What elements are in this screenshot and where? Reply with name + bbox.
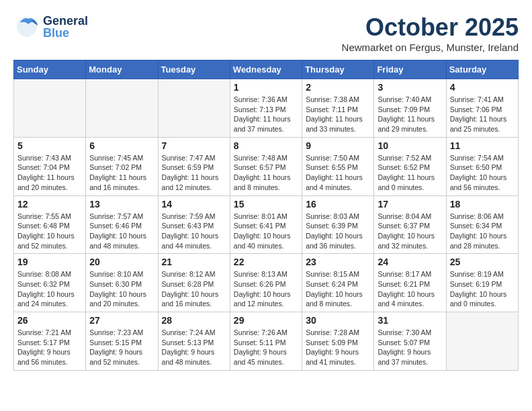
calendar-cell: 17Sunrise: 8:04 AM Sunset: 6:37 PM Dayli…: [374, 195, 446, 254]
day-number: 22: [234, 257, 298, 267]
calendar-cell: 29Sunrise: 7:26 AM Sunset: 5:11 PM Dayli…: [230, 312, 302, 371]
day-info: Sunrise: 8:04 AM Sunset: 6:37 PM Dayligh…: [378, 212, 442, 251]
calendar-cell: [158, 79, 230, 138]
day-number: 9: [306, 140, 370, 151]
calendar-week-row: 12Sunrise: 7:55 AM Sunset: 6:48 PM Dayli…: [14, 195, 519, 254]
calendar-cell: 26Sunrise: 7:21 AM Sunset: 5:17 PM Dayli…: [14, 312, 86, 371]
day-info: Sunrise: 7:52 AM Sunset: 6:52 PM Dayligh…: [378, 153, 442, 193]
day-number: 10: [378, 140, 442, 151]
day-info: Sunrise: 8:03 AM Sunset: 6:39 PM Dayligh…: [306, 212, 370, 251]
calendar-cell: 6Sunrise: 7:45 AM Sunset: 7:02 PM Daylig…: [86, 137, 158, 195]
weekday-header: Saturday: [446, 60, 518, 79]
day-info: Sunrise: 8:17 AM Sunset: 6:21 PM Dayligh…: [378, 269, 442, 309]
calendar-cell: 7Sunrise: 7:47 AM Sunset: 6:59 PM Daylig…: [158, 137, 230, 195]
day-info: Sunrise: 8:12 AM Sunset: 6:28 PM Dayligh…: [162, 269, 226, 309]
calendar-cell: 28Sunrise: 7:24 AM Sunset: 5:13 PM Dayli…: [158, 312, 230, 371]
day-number: 4: [450, 82, 515, 93]
calendar-week-row: 5Sunrise: 7:43 AM Sunset: 7:04 PM Daylig…: [14, 137, 519, 195]
day-info: Sunrise: 7:36 AM Sunset: 7:13 PM Dayligh…: [234, 95, 298, 134]
day-number: 19: [17, 257, 82, 267]
calendar-cell: 14Sunrise: 7:59 AM Sunset: 6:43 PM Dayli…: [158, 195, 230, 254]
calendar-table: SundayMondayTuesdayWednesdayThursdayFrid…: [13, 60, 519, 371]
calendar-cell: 15Sunrise: 8:01 AM Sunset: 6:41 PM Dayli…: [230, 195, 302, 254]
weekday-header: Tuesday: [158, 60, 230, 79]
day-number: 8: [234, 140, 298, 151]
day-info: Sunrise: 7:48 AM Sunset: 6:57 PM Dayligh…: [234, 153, 298, 193]
day-number: 17: [378, 199, 442, 210]
day-number: 29: [234, 315, 298, 326]
day-number: 23: [306, 257, 370, 267]
calendar-cell: 3Sunrise: 7:40 AM Sunset: 7:09 PM Daylig…: [374, 79, 446, 138]
calendar-cell: 9Sunrise: 7:50 AM Sunset: 6:55 PM Daylig…: [302, 137, 374, 195]
day-info: Sunrise: 7:24 AM Sunset: 5:13 PM Dayligh…: [162, 328, 226, 367]
day-number: 21: [162, 257, 226, 267]
calendar-header-row: SundayMondayTuesdayWednesdayThursdayFrid…: [14, 60, 519, 79]
calendar-cell: 18Sunrise: 8:06 AM Sunset: 6:34 PM Dayli…: [446, 195, 518, 254]
day-number: 14: [162, 199, 226, 210]
logo-general: General: [43, 15, 88, 27]
calendar-cell: 19Sunrise: 8:08 AM Sunset: 6:32 PM Dayli…: [14, 254, 86, 312]
day-info: Sunrise: 7:59 AM Sunset: 6:43 PM Dayligh…: [162, 212, 226, 251]
day-info: Sunrise: 8:13 AM Sunset: 6:26 PM Dayligh…: [234, 269, 298, 309]
day-number: 24: [378, 257, 442, 267]
calendar-cell: 4Sunrise: 7:41 AM Sunset: 7:06 PM Daylig…: [446, 79, 518, 138]
calendar-cell: 25Sunrise: 8:19 AM Sunset: 6:19 PM Dayli…: [446, 254, 518, 312]
day-number: 6: [89, 140, 154, 151]
page-header: General Blue October 2025 Newmarket on F…: [13, 13, 519, 53]
weekday-header: Friday: [374, 60, 446, 79]
month-title: October 2025: [342, 13, 519, 42]
day-number: 25: [450, 257, 515, 267]
weekday-header: Thursday: [302, 60, 374, 79]
calendar-week-row: 1Sunrise: 7:36 AM Sunset: 7:13 PM Daylig…: [14, 79, 519, 138]
calendar-cell: 21Sunrise: 8:12 AM Sunset: 6:28 PM Dayli…: [158, 254, 230, 312]
calendar-cell: 5Sunrise: 7:43 AM Sunset: 7:04 PM Daylig…: [14, 137, 86, 195]
day-info: Sunrise: 8:08 AM Sunset: 6:32 PM Dayligh…: [17, 269, 82, 309]
calendar-cell: 31Sunrise: 7:30 AM Sunset: 5:07 PM Dayli…: [374, 312, 446, 371]
day-info: Sunrise: 7:28 AM Sunset: 5:09 PM Dayligh…: [306, 328, 370, 367]
day-info: Sunrise: 7:41 AM Sunset: 7:06 PM Dayligh…: [450, 95, 515, 134]
day-info: Sunrise: 7:40 AM Sunset: 7:09 PM Dayligh…: [378, 95, 442, 134]
day-number: 31: [378, 315, 442, 326]
calendar-cell: 12Sunrise: 7:55 AM Sunset: 6:48 PM Dayli…: [14, 195, 86, 254]
day-info: Sunrise: 7:55 AM Sunset: 6:48 PM Dayligh…: [17, 212, 82, 251]
day-number: 5: [17, 140, 82, 151]
day-number: 30: [306, 315, 370, 326]
day-info: Sunrise: 8:06 AM Sunset: 6:34 PM Dayligh…: [450, 212, 515, 251]
day-info: Sunrise: 7:57 AM Sunset: 6:46 PM Dayligh…: [89, 212, 154, 251]
day-info: Sunrise: 7:54 AM Sunset: 6:50 PM Dayligh…: [450, 153, 515, 193]
calendar-cell: 20Sunrise: 8:10 AM Sunset: 6:30 PM Dayli…: [86, 254, 158, 312]
day-info: Sunrise: 7:26 AM Sunset: 5:11 PM Dayligh…: [234, 328, 298, 367]
day-number: 26: [17, 315, 82, 326]
day-number: 2: [306, 82, 370, 93]
weekday-header: Sunday: [14, 60, 86, 79]
day-info: Sunrise: 7:45 AM Sunset: 7:02 PM Dayligh…: [89, 153, 154, 193]
day-info: Sunrise: 7:47 AM Sunset: 6:59 PM Dayligh…: [162, 153, 226, 193]
calendar-week-row: 19Sunrise: 8:08 AM Sunset: 6:32 PM Dayli…: [14, 254, 519, 312]
day-info: Sunrise: 8:15 AM Sunset: 6:24 PM Dayligh…: [306, 269, 370, 309]
day-number: 18: [450, 199, 515, 210]
logo-icon: [13, 13, 40, 40]
calendar-cell: 23Sunrise: 8:15 AM Sunset: 6:24 PM Dayli…: [302, 254, 374, 312]
calendar-cell: [86, 79, 158, 138]
title-section: October 2025 Newmarket on Fergus, Munste…: [342, 13, 519, 53]
calendar-cell: 30Sunrise: 7:28 AM Sunset: 5:09 PM Dayli…: [302, 312, 374, 371]
calendar-week-row: 26Sunrise: 7:21 AM Sunset: 5:17 PM Dayli…: [14, 312, 519, 371]
day-number: 20: [89, 257, 154, 267]
weekday-header: Monday: [86, 60, 158, 79]
day-number: 15: [234, 199, 298, 210]
day-info: Sunrise: 7:50 AM Sunset: 6:55 PM Dayligh…: [306, 153, 370, 193]
logo-text: General Blue: [43, 15, 88, 39]
day-number: 7: [162, 140, 226, 151]
calendar-cell: 16Sunrise: 8:03 AM Sunset: 6:39 PM Dayli…: [302, 195, 374, 254]
calendar-cell: [14, 79, 86, 138]
logo: General Blue: [13, 13, 88, 40]
day-info: Sunrise: 7:30 AM Sunset: 5:07 PM Dayligh…: [378, 328, 442, 367]
calendar-cell: 2Sunrise: 7:38 AM Sunset: 7:11 PM Daylig…: [302, 79, 374, 138]
calendar-cell: 22Sunrise: 8:13 AM Sunset: 6:26 PM Dayli…: [230, 254, 302, 312]
day-info: Sunrise: 8:10 AM Sunset: 6:30 PM Dayligh…: [89, 269, 154, 309]
day-info: Sunrise: 7:38 AM Sunset: 7:11 PM Dayligh…: [306, 95, 370, 134]
day-info: Sunrise: 7:21 AM Sunset: 5:17 PM Dayligh…: [17, 328, 82, 367]
day-number: 13: [89, 199, 154, 210]
calendar-cell: 11Sunrise: 7:54 AM Sunset: 6:50 PM Dayli…: [446, 137, 518, 195]
day-number: 27: [89, 315, 154, 326]
